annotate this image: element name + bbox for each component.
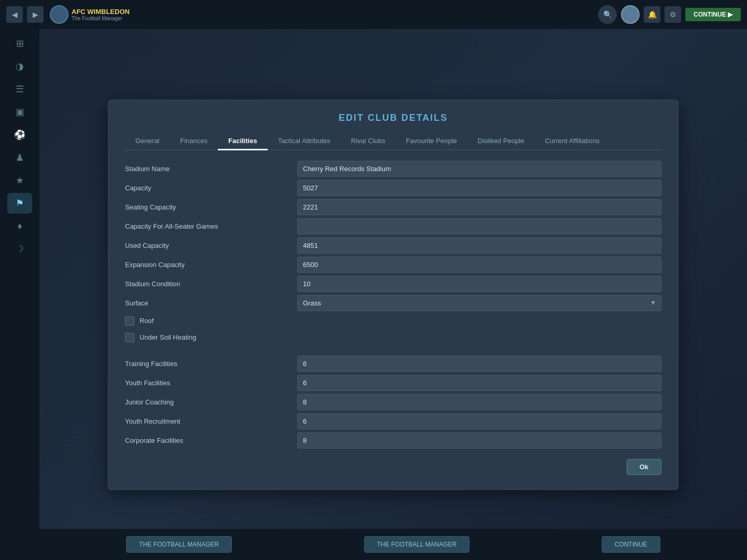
search-icon[interactable]: 🔍: [598, 5, 617, 24]
capacity-all-seater-row: Capacity For All-Seater Games: [125, 218, 661, 234]
notifications-icon[interactable]: 🔔: [644, 6, 660, 23]
tab-disliked-people[interactable]: Disliked People: [467, 133, 535, 150]
expansion-capacity-input[interactable]: [297, 257, 661, 273]
seating-capacity-input[interactable]: [297, 199, 661, 215]
junior-coaching-label: Junior Coaching: [125, 395, 291, 409]
club-name-area: AFC WIMBLEDON The Football Manager: [72, 8, 130, 21]
expansion-capacity-row: Expansion Capacity: [125, 257, 661, 273]
seating-capacity-row: Seating Capacity: [125, 199, 661, 215]
youth-recruitment-row: Youth Recruitment: [125, 413, 661, 429]
tab-facilities[interactable]: Facilities: [218, 133, 268, 150]
corporate-facilities-input[interactable]: [297, 432, 661, 449]
tab-current-affiliations[interactable]: Current Affiliations: [534, 133, 610, 150]
bottom-btn-3[interactable]: CONTINUE: [602, 536, 660, 553]
roof-checkbox[interactable]: [125, 316, 134, 326]
training-facilities-label: Training Facilities: [125, 357, 291, 371]
bottom-area: THE FOOTBALL MANAGER THE FOOTBALL MANAGE…: [39, 529, 747, 560]
junior-coaching-input[interactable]: [297, 394, 661, 410]
roof-label: Roof: [140, 317, 154, 325]
dialog-title: EDIT CLUB DETAILS: [125, 113, 661, 123]
tab-favourite-people[interactable]: Favourite People: [396, 133, 467, 150]
capacity-row: Capacity: [125, 180, 661, 196]
capacity-all-seater-input[interactable]: [297, 218, 661, 234]
avatar[interactable]: [621, 5, 640, 24]
expansion-capacity-label: Expansion Capacity: [125, 258, 291, 272]
settings-icon[interactable]: ⚙: [665, 6, 681, 23]
used-capacity-label: Used Capacity: [125, 239, 291, 253]
used-capacity-row: Used Capacity: [125, 237, 661, 254]
stadium-name-row: Stadium Name: [125, 161, 661, 177]
stadium-name-label: Stadium Name: [125, 162, 291, 176]
under-soil-heating-checkbox[interactable]: [125, 333, 134, 342]
forward-button[interactable]: ▶: [27, 6, 44, 23]
youth-facilities-row: Youth Facilities: [125, 375, 661, 391]
capacity-label: Capacity: [125, 181, 291, 195]
roof-row: Roof: [125, 314, 661, 328]
club-name: AFC WIMBLEDON: [72, 8, 130, 16]
club-info: AFC WIMBLEDON The Football Manager: [50, 5, 130, 24]
ok-button[interactable]: Ok: [627, 459, 661, 475]
stadium-name-input[interactable]: [297, 161, 661, 177]
edit-club-dialog: EDIT CLUB DETAILS General Finances Facil…: [108, 100, 679, 490]
capacity-input[interactable]: [297, 180, 661, 196]
top-bar: ◀ ▶ AFC WIMBLEDON The Football Manager 🔍…: [0, 0, 747, 29]
back-button[interactable]: ◀: [6, 6, 23, 23]
youth-recruitment-input[interactable]: [297, 413, 661, 429]
sidebar: ⊞ ◑ ☰ ▣ ⚽ ♟ ★ ⚑ ♦ ☽: [0, 29, 39, 560]
surface-select-wrapper: Grass Artificial Hybrid ▼: [297, 295, 661, 311]
tab-tactical-attributes[interactable]: Tactical Attributes: [268, 133, 341, 150]
continue-button[interactable]: CONTINUE ▶: [685, 8, 741, 21]
sidebar-item-tactics[interactable]: ▣: [7, 102, 32, 122]
tab-finances[interactable]: Finances: [170, 133, 218, 150]
sidebar-item-transfers[interactable]: ♟: [7, 147, 32, 168]
used-capacity-input[interactable]: [297, 237, 661, 254]
training-facilities-input[interactable]: [297, 356, 661, 372]
sidebar-item-squad[interactable]: ☰: [7, 79, 32, 100]
surface-row: Surface Grass Artificial Hybrid ▼: [125, 295, 661, 311]
stadium-condition-label: Stadium Condition: [125, 277, 291, 291]
under-soil-heating-row: Under Soil Heating: [125, 331, 661, 344]
surface-select[interactable]: Grass Artificial Hybrid: [297, 295, 661, 311]
tab-general[interactable]: General: [125, 133, 170, 150]
training-facilities-row: Training Facilities: [125, 356, 661, 372]
stadium-condition-input[interactable]: [297, 276, 661, 292]
modal-footer: Ok: [125, 459, 661, 475]
bottom-btn-2[interactable]: THE FOOTBALL MANAGER: [364, 536, 470, 553]
junior-coaching-row: Junior Coaching: [125, 394, 661, 410]
surface-label: Surface: [125, 296, 291, 310]
club-badge: [50, 5, 68, 24]
sidebar-item-team[interactable]: ★: [7, 170, 32, 191]
club-subtitle: The Football Manager: [72, 16, 130, 21]
under-soil-heating-label: Under Soil Heating: [140, 333, 196, 341]
corporate-facilities-row: Corporate Facilities: [125, 432, 661, 449]
seating-capacity-label: Seating Capacity: [125, 200, 291, 214]
sidebar-item-fixtures[interactable]: ◑: [7, 56, 32, 77]
sidebar-item-training[interactable]: ⚽: [7, 124, 32, 145]
sidebar-item-home[interactable]: ⊞: [7, 33, 32, 54]
sidebar-item-other[interactable]: ☽: [7, 239, 32, 259]
bottom-btn-1[interactable]: THE FOOTBALL MANAGER: [126, 536, 232, 553]
capacity-all-seater-label: Capacity For All-Seater Games: [125, 219, 291, 233]
youth-facilities-label: Youth Facilities: [125, 376, 291, 390]
sidebar-item-finances[interactable]: ♦: [7, 216, 32, 236]
sidebar-item-management[interactable]: ⚑: [7, 193, 32, 214]
corporate-facilities-label: Corporate Facilities: [125, 433, 291, 447]
tab-bar: General Finances Facilities Tactical Att…: [125, 133, 661, 150]
youth-facilities-input[interactable]: [297, 375, 661, 391]
tab-rival-clubs[interactable]: Rival Clubs: [341, 133, 396, 150]
stadium-condition-row: Stadium Condition: [125, 276, 661, 292]
youth-recruitment-label: Youth Recruitment: [125, 414, 291, 428]
form-body: Stadium Name Capacity Seating Capacity C…: [125, 161, 661, 449]
main-content: EDIT CLUB DETAILS General Finances Facil…: [39, 29, 747, 560]
